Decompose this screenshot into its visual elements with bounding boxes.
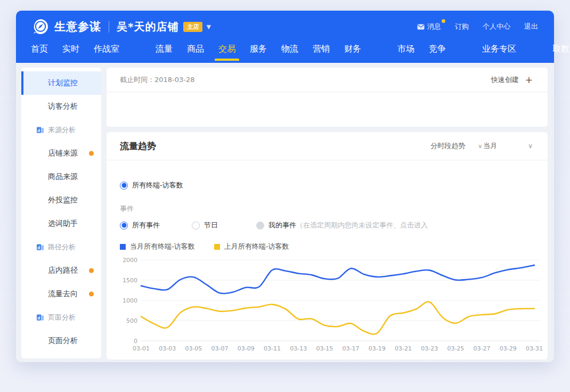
report-icon — [36, 314, 44, 322]
svg-text:03-01: 03-01 — [133, 345, 150, 352]
header-util-消息[interactable]: 消息 — [417, 22, 441, 31]
header-util-个人中心[interactable]: 个人中心 — [483, 22, 510, 31]
main-nav: 首页实时作战室流量商品交易服务物流营销财务市场竞争业务专区取数学院 — [16, 38, 554, 60]
sycm-logo-icon — [32, 18, 49, 35]
sidebar-item-店铺来源[interactable]: 店铺来源 — [21, 142, 101, 165]
legend-item-上月所有终端-访客数[interactable]: 上月所有终端-访客数 — [214, 242, 289, 251]
orange-status-dot — [89, 268, 94, 273]
nav-tab-服务[interactable]: 服务 — [250, 44, 267, 55]
report-icon — [36, 126, 44, 134]
deadline-text: 截止时间：2018-03-28 — [120, 75, 195, 85]
event-options-row: 所有事件节日我的事件（在选定周期内您尚未设定事件、点击进入 — [120, 220, 548, 230]
nav-tab-交易[interactable]: 交易 — [218, 44, 235, 55]
nav-tab-竞争[interactable]: 竞争 — [429, 44, 446, 55]
chart-card-header: 流量趋势 分时段趋势 ∨ 当月 ∨ — [107, 132, 548, 160]
svg-text:03-05: 03-05 — [185, 345, 202, 352]
sidebar-item-label: 计划监控 — [48, 78, 78, 88]
nav-tab-财务[interactable]: 财务 — [344, 44, 361, 55]
collapse-chevron-icon[interactable]: ∨ — [528, 142, 533, 150]
chart-legend: 当月所有终端-访客数上月所有终端-访客数 — [120, 242, 548, 251]
traffic-trend-chart[interactable]: 050010001500200003-0103-0303-0503-0703-0… — [120, 255, 546, 357]
plus-icon[interactable]: + — [525, 75, 533, 85]
svg-text:500: 500 — [126, 317, 137, 324]
sidebar: 计划监控访客分析来源分析店铺来源商品来源外投监控选词助手路径分析店内路径流量去向… — [21, 68, 101, 358]
header-util-label: 订购 — [455, 22, 469, 31]
sidebar-item-label: 选词助手 — [48, 219, 78, 228]
event-radio-label: 所有事件 — [132, 220, 160, 230]
svg-text:03-23: 03-23 — [421, 345, 438, 352]
chart-controls: 分时段趋势 ∨ 当月 ∨ — [430, 141, 533, 151]
mail-icon — [417, 24, 425, 30]
series-line-上月所有终端-访客数 — [141, 302, 534, 334]
svg-text:03-03: 03-03 — [159, 345, 176, 352]
svg-text:03-27: 03-27 — [474, 345, 491, 352]
chart-card-body: 所有终端-访客数 事件 所有事件节日我的事件（在选定周期内您尚未设定事件、点击进… — [107, 181, 548, 357]
traffic-trend-card: 流量趋势 分时段趋势 ∨ 当月 ∨ 所有终端-访客数 — [107, 132, 548, 360]
app-window: 生意参谋 吴*天的店铺 主店 ▼ 消息订购个人中心退出 首页实时作战室流量商品交… — [16, 11, 554, 362]
sidebar-item-label: 店铺来源 — [48, 149, 78, 158]
sidebar-item-访客分析[interactable]: 访客分析 — [21, 95, 101, 118]
nav-tab-营销[interactable]: 营销 — [313, 44, 330, 55]
hourly-trend-link[interactable]: 分时段趋势 — [430, 141, 465, 151]
notification-dot — [442, 19, 445, 23]
event-note: （在选定周期内您尚未设定事件、点击进入 — [296, 220, 428, 230]
nav-tab-流量[interactable]: 流量 — [156, 44, 173, 55]
event-radio-所有事件[interactable]: 所有事件 — [120, 220, 160, 230]
radio-icon[interactable] — [256, 222, 264, 230]
main-column: 截止时间：2018-03-28 快速创建 + 流量趋势 分时段趋势 ∨ 当月 — [107, 68, 548, 360]
nav-tab-作战室[interactable]: 作战室 — [94, 44, 119, 55]
nav-tab-物流[interactable]: 物流 — [281, 44, 298, 55]
plan-monitor-card: 截止时间：2018-03-28 快速创建 + — [107, 68, 548, 127]
period-selector[interactable]: ∨ 当月 — [478, 141, 497, 151]
quick-create-button[interactable]: 快速创建 + — [491, 75, 533, 85]
header-util-label: 消息 — [427, 22, 441, 31]
event-radio-我的事件[interactable]: 我的事件 — [256, 220, 296, 230]
sidebar-item-页面分析[interactable]: 页面分析 — [21, 329, 101, 353]
sidebar-section-路径分析: 路径分析 — [21, 235, 101, 259]
nav-tab-商品[interactable]: 商品 — [187, 44, 204, 55]
header-top-row: 生意参谋 吴*天的店铺 主店 ▼ 消息订购个人中心退出 — [16, 11, 554, 38]
sidebar-item-选词助手[interactable]: 选词助手 — [21, 212, 101, 235]
header-util-label: 退出 — [524, 22, 538, 31]
nav-tab-业务专区[interactable]: 业务专区 — [482, 44, 516, 55]
nav-tab-市场[interactable]: 市场 — [397, 44, 414, 55]
terminal-radio-label: 所有终端-访客数 — [132, 181, 183, 190]
nav-tab-实时[interactable]: 实时 — [62, 44, 79, 55]
sidebar-item-label: 来源分析 — [48, 125, 76, 135]
sidebar-item-商品来源[interactable]: 商品来源 — [21, 165, 101, 189]
legend-label: 上月所有终端-访客数 — [224, 242, 289, 251]
radio-icon[interactable] — [120, 222, 128, 230]
header-utilities: 消息订购个人中心退出 — [417, 22, 538, 31]
sidebar-item-计划监控[interactable]: 计划监控 — [21, 71, 101, 95]
sidebar-item-label: 流量去向 — [48, 289, 78, 299]
sidebar-item-label: 访客分析 — [48, 102, 78, 111]
svg-text:03-13: 03-13 — [290, 345, 307, 352]
sidebar-item-流量去向[interactable]: 流量去向 — [21, 282, 101, 306]
sidebar-item-label: 页面分析 — [48, 336, 78, 346]
radio-icon[interactable] — [192, 222, 200, 230]
header-util-订购[interactable]: 订购 — [455, 22, 469, 31]
brand-name: 生意参谋 — [54, 19, 101, 34]
svg-text:03-21: 03-21 — [395, 345, 412, 352]
svg-text:1000: 1000 — [123, 297, 137, 304]
shop-chevron-down-icon[interactable]: ▼ — [206, 23, 210, 30]
main-shop-badge: 主店 — [183, 22, 202, 32]
topbar-row: 截止时间：2018-03-28 快速创建 + — [107, 68, 548, 92]
sidebar-item-外投监控[interactable]: 外投监控 — [21, 189, 101, 212]
svg-text:03-17: 03-17 — [343, 345, 360, 352]
terminal-radio-selected[interactable] — [120, 182, 128, 190]
sidebar-item-label: 外投监控 — [48, 195, 78, 205]
svg-text:03-19: 03-19 — [369, 345, 386, 352]
nav-tab-首页[interactable]: 首页 — [31, 44, 48, 55]
event-radio-label: 我的事件 — [268, 220, 296, 230]
legend-item-当月所有终端-访客数[interactable]: 当月所有终端-访客数 — [120, 242, 195, 251]
sidebar-item-店内路径[interactable]: 店内路径 — [21, 259, 101, 282]
terminal-radio-row: 所有终端-访客数 — [120, 181, 548, 190]
nav-tab-取数[interactable]: 取数 — [552, 44, 569, 55]
svg-text:2000: 2000 — [123, 257, 137, 264]
header-util-退出[interactable]: 退出 — [524, 22, 538, 31]
chart-title: 流量趋势 — [120, 140, 156, 152]
legend-swatch — [120, 244, 126, 250]
svg-text:03-25: 03-25 — [447, 345, 464, 352]
event-radio-节日[interactable]: 节日 — [192, 220, 218, 230]
